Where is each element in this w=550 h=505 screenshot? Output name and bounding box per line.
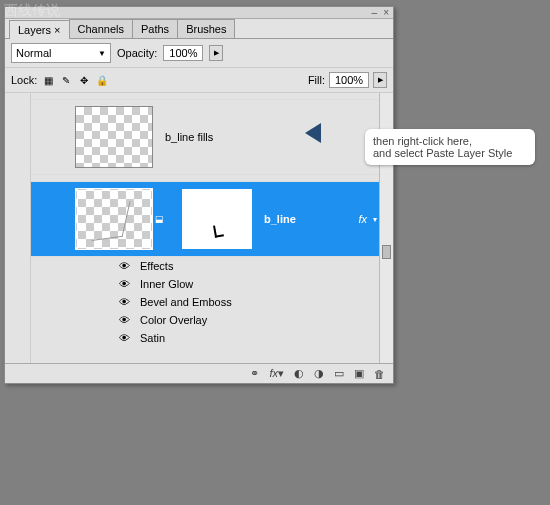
blend-mode-value: Normal	[16, 47, 51, 59]
opacity-value[interactable]: 100%	[163, 45, 203, 61]
effect-label: Bevel and Emboss	[140, 296, 232, 308]
opacity-label: Opacity:	[117, 47, 157, 59]
tab-layers[interactable]: Layers ×	[9, 20, 70, 39]
panel-tabs: Layers × Channels Paths Brushes	[5, 19, 393, 39]
new-group-icon[interactable]: ▭	[334, 367, 344, 380]
annotation-callout: then right-click here, and select Paste …	[365, 129, 535, 165]
lock-label: Lock:	[11, 74, 37, 86]
link-layers-icon[interactable]: ⚭	[250, 367, 259, 380]
lock-all-icon[interactable]: 🔒	[95, 73, 109, 87]
effect-label: Color Overlay	[140, 314, 207, 326]
layer-row[interactable]: 👁 b_line fills	[31, 99, 379, 175]
link-icon[interactable]: ⬓	[155, 214, 164, 224]
effect-label: Inner Glow	[140, 278, 193, 290]
effect-label: Satin	[140, 332, 165, 344]
minimize-button[interactable]: –	[372, 7, 378, 18]
fx-collapse-icon[interactable]: ▾	[373, 215, 377, 224]
layer-thumbnail[interactable]	[75, 106, 153, 168]
visibility-column	[5, 93, 31, 363]
tab-paths[interactable]: Paths	[132, 19, 178, 38]
opacity-flyout-button[interactable]: ▶	[209, 45, 223, 61]
lock-transparency-icon[interactable]: ▦	[41, 73, 55, 87]
blend-mode-dropdown[interactable]: Normal ▼	[11, 43, 111, 63]
visibility-eye-icon[interactable]: 👁	[119, 332, 130, 344]
add-style-icon[interactable]: fx▾	[269, 367, 284, 380]
add-mask-icon[interactable]: ◐	[294, 367, 304, 380]
layer-mask-thumbnail[interactable]	[182, 189, 252, 249]
layer-thumbnail[interactable]	[75, 188, 153, 250]
effect-row[interactable]: 👁 Satin	[31, 329, 379, 347]
lock-brush-icon[interactable]: ✎	[59, 73, 73, 87]
delete-layer-icon[interactable]: 🗑	[374, 368, 385, 380]
watermark: 西线传说	[0, 0, 64, 22]
effect-row[interactable]: 👁 Color Overlay	[31, 311, 379, 329]
tab-channels[interactable]: Channels	[69, 19, 133, 38]
fill-flyout-button[interactable]: ▶	[373, 72, 387, 88]
effects-label: Effects	[140, 260, 173, 272]
layer-name-label[interactable]: b_line fills	[165, 131, 213, 143]
layer-row-selected[interactable]: 👁 ⬓ b_line fx ▾	[31, 181, 379, 257]
layer-list: 👁 b_line fills 👁 ⬓ b_line fx ▾ 👁 Effects	[31, 93, 379, 363]
layers-panel: – × Layers × Channels Paths Brushes Norm…	[4, 6, 394, 384]
blend-opacity-row: Normal ▼ Opacity: 100% ▶	[5, 39, 393, 68]
visibility-eye-icon[interactable]: 👁	[119, 314, 130, 326]
adjustment-layer-icon[interactable]: ◑	[314, 367, 324, 380]
fill-label: Fill:	[308, 74, 325, 86]
tab-brushes[interactable]: Brushes	[177, 19, 235, 38]
layers-area: 👁 b_line fills 👁 ⬓ b_line fx ▾ 👁 Effects	[5, 93, 393, 363]
layer-name-label[interactable]: b_line	[264, 213, 296, 225]
lock-move-icon[interactable]: ✥	[77, 73, 91, 87]
new-layer-icon[interactable]: ▣	[354, 367, 364, 380]
visibility-eye-icon[interactable]: 👁	[119, 278, 130, 290]
panel-footer: ⚭ fx▾ ◐ ◑ ▭ ▣ 🗑	[5, 363, 393, 383]
visibility-eye-icon[interactable]: 👁	[119, 296, 130, 308]
callout-line1: then right-click here,	[373, 135, 527, 147]
scroll-thumb[interactable]	[382, 245, 391, 259]
lock-fill-row: Lock: ▦ ✎ ✥ 🔒 Fill: 100% ▶	[5, 68, 393, 93]
close-button[interactable]: ×	[383, 7, 389, 18]
fx-indicator[interactable]: fx	[358, 213, 367, 225]
lock-icons: ▦ ✎ ✥ 🔒	[41, 73, 109, 87]
effect-row[interactable]: 👁 Inner Glow	[31, 275, 379, 293]
fill-value[interactable]: 100%	[329, 72, 369, 88]
callout-line2: and select Paste Layer Style	[373, 147, 527, 159]
visibility-eye-icon[interactable]: 👁	[119, 260, 130, 272]
effect-row[interactable]: 👁 Bevel and Emboss	[31, 293, 379, 311]
effects-header-row[interactable]: 👁 Effects	[31, 257, 379, 275]
chevron-down-icon: ▼	[98, 49, 106, 58]
